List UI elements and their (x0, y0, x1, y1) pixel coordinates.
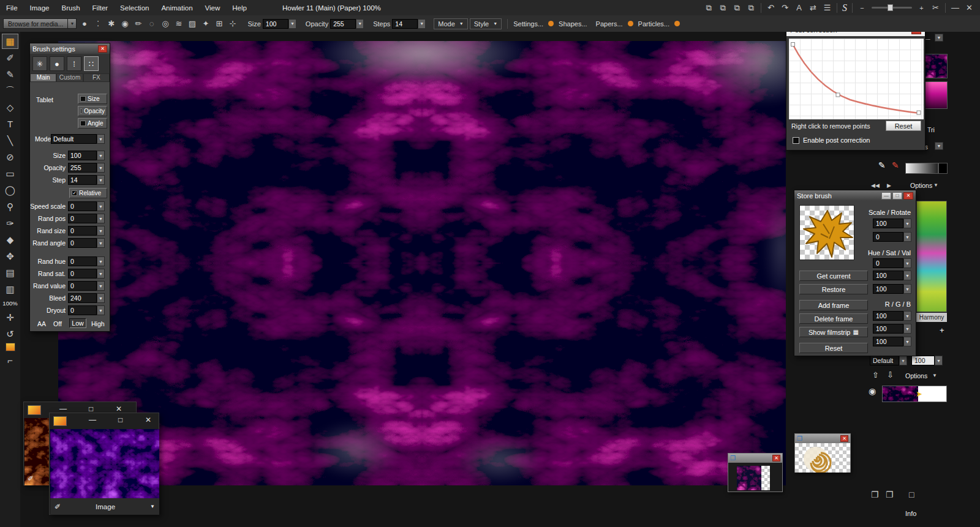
window-title-bar[interactable]: — □ ✕ (50, 413, 159, 429)
pen-icon[interactable]: ✐ (55, 503, 61, 511)
menu-view[interactable]: View (199, 1, 227, 15)
close-button[interactable]: ✕ (772, 455, 780, 462)
scale-value[interactable]: 100 (873, 219, 903, 228)
prev-icon[interactable]: ◀◀ (871, 182, 880, 189)
black-swatch[interactable] (938, 163, 948, 174)
texture-swatch[interactable] (925, 54, 948, 78)
close-window-icon[interactable]: ✕ (965, 3, 974, 12)
menu-help[interactable]: Help (226, 1, 253, 15)
sparkle-brush-icon[interactable]: ✳ (32, 56, 47, 71)
copy-frame-icon[interactable]: ❐ (871, 490, 879, 499)
flip-icon[interactable]: ⇄ (809, 3, 818, 12)
minimize-button[interactable]: — (59, 405, 67, 413)
panel-layout-icon[interactable]: ⧉ (704, 3, 714, 13)
rand-pos-value[interactable]: 0 (68, 214, 97, 223)
palette-dropdown[interactable]: Default ▼ (870, 356, 907, 365)
color-gradient-swatch[interactable] (925, 81, 948, 109)
zoom-slider[interactable] (872, 7, 912, 9)
zoom-tool-icon[interactable]: ⚲ (2, 199, 18, 214)
close-button[interactable]: ✕ (840, 435, 848, 442)
tab-fx[interactable]: FX (83, 73, 110, 82)
rotate-dropdown[interactable]: 0 ▼ (873, 232, 911, 242)
brush-stroke-preview[interactable]: ➤ (882, 386, 947, 402)
value[interactable]: 100 (873, 271, 903, 280)
panel-layout-icon[interactable]: ⧉ (747, 3, 756, 13)
dropdown-icon[interactable]: ▼ (903, 219, 911, 228)
rand-hue-value[interactable]: 0 (68, 256, 97, 266)
eye-icon[interactable]: ◉ (869, 386, 876, 396)
value[interactable]: 100 (873, 284, 903, 294)
dropdown-icon[interactable]: ▼ (903, 324, 911, 334)
paste-frame-icon[interactable]: ❐ (886, 490, 894, 499)
steps-value[interactable]: 14 (392, 19, 418, 29)
close-button[interactable]: ✕ (116, 405, 122, 413)
rand-size-value[interactable]: 0 (68, 226, 97, 236)
blue-value-dropdown[interactable]: 100 ▼ (873, 337, 911, 346)
speed-scale-value[interactable]: 0 (68, 201, 97, 211)
checkbox-checked[interactable]: ✓ (72, 190, 77, 196)
pen-icon[interactable]: ✐ (28, 474, 34, 483)
info-label[interactable]: Info (905, 510, 916, 517)
correction-curve-graph[interactable] (789, 39, 924, 119)
browse-media-button[interactable]: Browse for media... (3, 18, 68, 29)
line-tool-icon[interactable]: ╲ (2, 133, 18, 148)
curve-tool-icon[interactable]: ⌒ (2, 83, 18, 99)
value[interactable]: 100 (873, 324, 903, 334)
tab-main[interactable]: Main (30, 73, 56, 82)
pen-icon[interactable]: ✎ (878, 160, 886, 170)
gradient-tool-icon[interactable]: ▥ (2, 282, 18, 297)
rand-value-value[interactable]: 0 (68, 281, 97, 291)
rotate-value[interactable]: 0 (873, 232, 903, 242)
tablet-opacity-checkbox[interactable]: Opacity (78, 106, 107, 116)
polygon-tool-icon[interactable]: ◇ (2, 100, 18, 115)
amount-value[interactable]: 100 (911, 356, 935, 365)
brush-thumbnail-panel[interactable]: ❐ ✕ (728, 453, 783, 492)
spray-brush-icon[interactable]: ✱ (105, 19, 117, 28)
spiral-thumbnail-panel[interactable]: ❐ ✕ (794, 433, 851, 473)
hash-brush-icon[interactable]: ⁞ (67, 56, 81, 71)
dropdown-icon[interactable]: ▼ (97, 226, 105, 236)
canvas[interactable] (58, 41, 786, 485)
menu-selection[interactable]: Selection (114, 1, 155, 15)
dropdown-icon[interactable]: ▼ (903, 258, 911, 268)
scatter-brush-icon[interactable]: ⊹ (227, 19, 238, 28)
size-value[interactable]: 100 (68, 151, 97, 160)
brush-presets-tool-icon[interactable]: ▦ (2, 34, 18, 49)
close-button[interactable]: ✕ (98, 45, 107, 53)
options-button-2[interactable]: Options (905, 372, 927, 379)
minimize-button[interactable]: — (881, 192, 891, 200)
dryout-value[interactable]: 0 (68, 305, 97, 315)
particles-button[interactable]: Particles... (638, 20, 669, 28)
rect-select-tool-icon[interactable]: ▭ (2, 166, 18, 181)
panel-title-bar[interactable]: ❐ ✕ (728, 454, 782, 463)
dropdown-icon[interactable]: ▼ (903, 284, 911, 294)
pan-tool-icon[interactable]: ✥ (2, 249, 18, 264)
lines-icon[interactable]: ☰ (823, 3, 832, 12)
reset-button[interactable]: Reset (886, 121, 921, 131)
dropdown-icon[interactable]: ▼ (97, 293, 105, 303)
menu-file[interactable]: File (0, 1, 24, 15)
hsv-dropdown[interactable]: 0 ▼ (873, 258, 911, 268)
value[interactable]: 100 (873, 337, 903, 346)
tablet-angle-checkbox[interactable]: Angle (78, 118, 107, 129)
opacity-dropdown-icon[interactable]: ▼ (97, 163, 105, 173)
dropdown-icon[interactable]: ▼ (97, 201, 105, 211)
undo-spiral-tool-icon[interactable]: ↺ (2, 326, 18, 342)
options-button[interactable]: Options (910, 182, 932, 189)
scissors-icon[interactable]: ✂ (931, 3, 940, 12)
dropdown-icon[interactable]: ▼ (903, 337, 911, 346)
red-marker-icon[interactable]: ✎ (892, 160, 899, 170)
aa-high-button[interactable]: High (91, 320, 105, 327)
next-icon[interactable]: ▶ (887, 182, 891, 189)
dropdown-icon[interactable]: ▼ (97, 214, 105, 223)
palette-dropdown-icon[interactable]: ▼ (899, 356, 907, 365)
enable-post-correction-row[interactable]: Enable post correction (793, 136, 870, 144)
menu-brush[interactable]: Brush (56, 1, 86, 15)
steps-dropdown-icon[interactable]: ▼ (418, 19, 426, 29)
size-dropdown-icon[interactable]: ▼ (288, 19, 296, 29)
panel-stack-icon[interactable]: ❐ (797, 435, 802, 442)
panel-title-bar[interactable]: Store brush — □ ✕ (794, 190, 916, 201)
opacity-dropdown-icon[interactable]: ▼ (356, 19, 364, 29)
text-tool-icon[interactable]: A (794, 3, 804, 12)
dots-brush-icon[interactable]: ⁚ (92, 19, 104, 28)
